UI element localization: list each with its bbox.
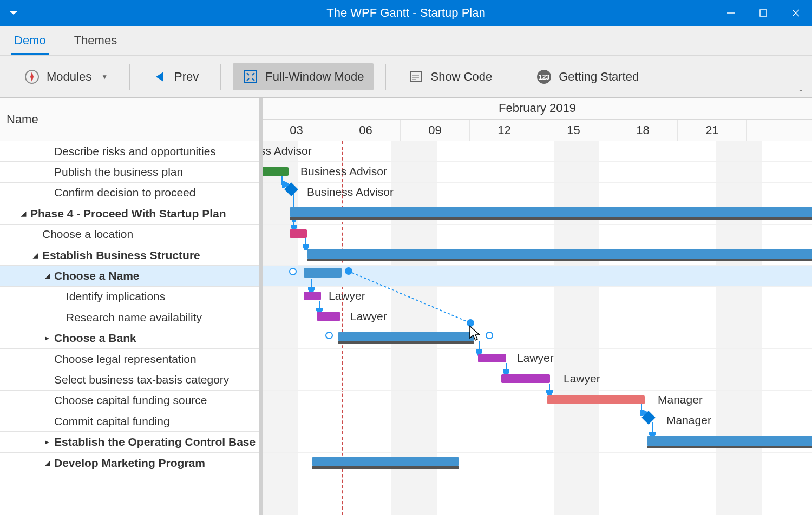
baseline-bar — [290, 217, 812, 220]
chart-row — [263, 411, 812, 432]
task-bar[interactable] — [547, 395, 645, 404]
task-assignee: ss Advisor — [263, 144, 312, 157]
task-label: Establish Business Structure — [42, 249, 200, 262]
window-title: The WPF Gantt - Startup Plan — [0, 6, 812, 20]
baseline-bar — [338, 341, 474, 344]
app-menu-dropdown[interactable] — [0, 9, 27, 17]
task-row[interactable]: ▸Choose a Bank — [0, 328, 259, 349]
svg-rect-8 — [245, 71, 257, 83]
close-button[interactable] — [780, 0, 812, 26]
modules-button[interactable]: Modules ▼ — [14, 63, 117, 90]
task-row[interactable]: Identify implications — [0, 287, 259, 307]
drag-target-handle[interactable] — [467, 319, 474, 327]
task-bar[interactable] — [317, 312, 340, 321]
baseline-bar — [647, 446, 812, 448]
task-row[interactable]: Choose capital funding source — [0, 391, 259, 411]
task-row[interactable]: Describe risks and opportunities — [0, 141, 259, 162]
tab-demo[interactable]: Demo — [11, 27, 49, 55]
svg-rect-2 — [760, 10, 767, 16]
getting-started-label: Getting Started — [559, 70, 639, 84]
task-row[interactable]: Research name availability — [0, 307, 259, 328]
task-row[interactable]: ◢Choose a Name — [0, 266, 259, 286]
chart-body[interactable]: ss Advisor Business Advisor Business Adv… — [263, 141, 812, 515]
overflow-chevron-icon[interactable]: ⌄ — [798, 85, 803, 93]
task-row[interactable]: Publish the business plan — [0, 162, 259, 182]
expander-icon[interactable]: ◢ — [43, 272, 51, 280]
task-assignee: Business Advisor — [307, 186, 394, 199]
task-bar[interactable] — [304, 292, 321, 300]
task-row[interactable]: Choose legal representation — [0, 349, 259, 369]
task-label: Establish the Operating Control Base — [54, 435, 256, 448]
date-cell: 12 — [470, 120, 539, 141]
chart-row — [263, 225, 812, 245]
task-row[interactable]: Choose a location — [0, 225, 259, 245]
prev-button[interactable]: Prev — [142, 63, 208, 90]
title-bar: The WPF Gantt - Startup Plan — [0, 0, 812, 26]
task-label: Select business tax-basis category — [54, 373, 229, 386]
show-code-button[interactable]: Show Code — [398, 63, 502, 90]
task-row[interactable]: ◢Develop Marketing Program — [0, 453, 259, 473]
task-label: Choose capital funding source — [54, 394, 207, 407]
baseline-bar — [307, 259, 812, 261]
expander-icon[interactable]: ▸ — [43, 438, 51, 446]
summary-bar[interactable] — [304, 268, 342, 278]
summary-bar[interactable] — [647, 436, 812, 446]
connector-start-handle[interactable] — [289, 268, 297, 275]
task-label: Publish the business plan — [54, 166, 183, 179]
tab-themes[interactable]: Themes — [71, 27, 120, 55]
date-cell: 06 — [331, 120, 401, 141]
summary-bar[interactable] — [338, 332, 474, 341]
connector-end-handle[interactable] — [486, 332, 493, 339]
task-assignee: Lawyer — [350, 310, 387, 323]
column-header-name[interactable]: Name — [0, 98, 259, 141]
full-window-label: Full-Window Mode — [265, 70, 364, 84]
expander-icon[interactable]: ◢ — [43, 459, 51, 467]
task-row[interactable]: ◢Phase 4 - Proceed With Startup Plan — [0, 203, 259, 224]
task-bar[interactable] — [263, 167, 289, 176]
task-label: Identify implications — [66, 290, 165, 303]
svg-rect-9 — [410, 72, 421, 82]
maximize-button[interactable] — [747, 0, 780, 26]
task-grid: Name Describe risks and opportunitiesPub… — [0, 98, 263, 515]
baseline-bar — [312, 466, 459, 469]
summary-bar[interactable] — [307, 249, 812, 259]
task-assignee: Lawyer — [564, 372, 600, 385]
expander-icon[interactable]: ▸ — [43, 334, 51, 342]
task-assignee: Lawyer — [517, 352, 554, 365]
connector-start-handle[interactable] — [325, 332, 333, 339]
task-bar[interactable] — [478, 354, 506, 362]
gantt-chart[interactable]: February 2019 03060912151821 — [263, 98, 812, 515]
minimize-button[interactable] — [715, 0, 747, 26]
expander-icon[interactable]: ◢ — [19, 210, 27, 217]
timeline-header: February 2019 03060912151821 — [263, 98, 812, 141]
summary-bar[interactable] — [312, 457, 459, 466]
expander-icon[interactable]: ◢ — [31, 252, 39, 259]
task-label: Describe risks and opportunities — [54, 145, 216, 158]
chart-row — [263, 141, 812, 162]
tab-strip: Demo Themes — [0, 26, 812, 56]
svg-marker-7 — [156, 72, 163, 82]
task-label: Choose legal representation — [54, 353, 197, 366]
triangle-left-icon — [152, 69, 168, 85]
task-label: Choose a Name — [54, 269, 140, 282]
task-bar[interactable] — [501, 374, 550, 383]
task-label: Confirm decision to proceed — [54, 186, 195, 199]
summary-bar[interactable] — [290, 207, 812, 217]
getting-started-button[interactable]: 123 Getting Started — [526, 63, 649, 90]
task-row[interactable]: Select business tax-basis category — [0, 369, 259, 390]
svg-marker-6 — [30, 72, 34, 82]
task-row[interactable]: ◢Establish Business Structure — [0, 245, 259, 266]
task-bar[interactable] — [290, 229, 307, 238]
date-cell: 09 — [401, 120, 470, 141]
task-row[interactable]: ▸Establish the Operating Control Base — [0, 432, 259, 452]
drag-source-handle[interactable] — [345, 267, 352, 275]
main-content: Name Describe risks and opportunitiesPub… — [0, 98, 812, 515]
modules-label: Modules — [47, 70, 91, 84]
full-window-button[interactable]: Full-Window Mode — [233, 63, 374, 90]
task-assignee: Lawyer — [329, 289, 365, 302]
task-label: Commit capital funding — [54, 415, 170, 428]
task-row[interactable]: Confirm decision to proceed — [0, 183, 259, 203]
task-row[interactable]: Commit capital funding — [0, 411, 259, 432]
date-cell: 15 — [539, 120, 608, 141]
task-label: Develop Marketing Program — [54, 457, 205, 470]
